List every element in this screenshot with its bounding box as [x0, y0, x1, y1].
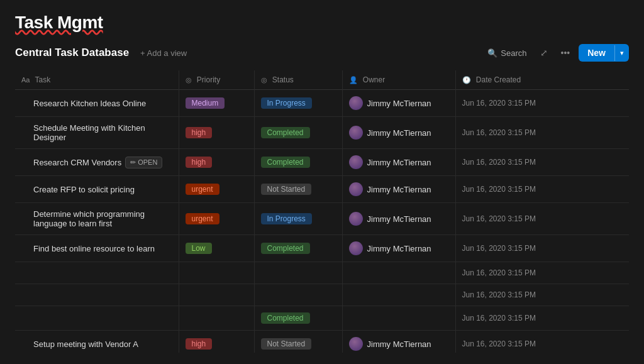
status-badge[interactable]: Not Started: [261, 184, 312, 195]
priority-badge[interactable]: Medium: [186, 97, 225, 109]
col-header-task[interactable]: Aa Task: [15, 70, 179, 90]
date-cell: Jun 16, 2020 3:15 PM: [455, 90, 629, 117]
task-cell: ⠿: [15, 262, 179, 284]
task-name: Schedule Meeting with Kitchen Designer: [33, 123, 172, 142]
task-cell: ⠿: [15, 306, 179, 331]
task-cell: ⠿Research Kitchen Ideas Online: [15, 90, 179, 117]
table-row[interactable]: ⠿Determine which programming language to…: [15, 203, 629, 235]
more-options-button[interactable]: •••: [557, 45, 574, 61]
open-label[interactable]: ✏ OPEN: [125, 157, 162, 168]
new-button[interactable]: New: [579, 44, 614, 62]
status-badge[interactable]: In Progress: [261, 97, 312, 109]
table-container: Aa Task ◎ Priority ◎ Status 👤 Owner: [15, 70, 629, 353]
search-button[interactable]: 🔍 Search: [482, 45, 531, 61]
search-icon: 🔍: [487, 48, 497, 58]
avatar: [349, 241, 363, 255]
owner-name: Jimmy McTiernan: [367, 185, 431, 194]
owner-name: Jimmy McTiernan: [367, 244, 431, 253]
status-cell: In Progress: [254, 90, 342, 117]
priority-badge[interactable]: high: [186, 338, 213, 350]
priority-badge[interactable]: high: [186, 157, 213, 168]
status-badge[interactable]: In Progress: [261, 213, 312, 224]
new-button-dropdown[interactable]: ▾: [614, 45, 629, 61]
task-name: Find best online resource to learn: [33, 244, 155, 253]
table-row[interactable]: ⠿CompletedJun 16, 2020 3:15 PM: [15, 306, 629, 331]
col-header-owner[interactable]: 👤 Owner: [342, 70, 455, 90]
col-header-status[interactable]: ◎ Status: [254, 70, 342, 90]
priority-cell: high: [179, 149, 254, 176]
status-cell: Completed: [254, 149, 342, 176]
owner-cell: Jimmy McTiernan: [342, 117, 455, 149]
avatar: [349, 96, 363, 110]
task-cell: ⠿Find best online resource to learn: [15, 235, 179, 262]
date-cell: Jun 16, 2020 3:15 PM: [455, 117, 629, 149]
status-cell: [254, 284, 342, 306]
avatar: [349, 337, 363, 351]
status-cell: In Progress: [254, 203, 342, 235]
owner-name: Jimmy McTiernan: [367, 339, 431, 349]
date-column-icon: 🕐: [462, 76, 471, 84]
table-row[interactable]: ⠿Create RFP to solicit pricingurgentNot …: [15, 176, 629, 203]
task-cell: ⠿: [15, 284, 179, 306]
owner-cell: Jimmy McTiernan: [342, 176, 455, 203]
task-name: Research CRM Vendors: [33, 158, 121, 167]
status-cell: Not Started: [254, 331, 342, 353]
table-header-row: Aa Task ◎ Priority ◎ Status 👤 Owner: [15, 70, 629, 90]
avatar: [349, 155, 363, 169]
priority-badge[interactable]: Low: [186, 243, 212, 254]
database-title: Central Task Database: [15, 47, 129, 59]
status-badge[interactable]: Completed: [261, 127, 310, 138]
task-cell: ⠿Research CRM Vendors✏ OPEN: [15, 149, 179, 176]
priority-cell: [179, 284, 254, 306]
task-name: Research Kitchen Ideas Online: [33, 99, 146, 108]
date-cell: Jun 16, 2020 3:15 PM: [455, 149, 629, 176]
task-column-icon: Aa: [21, 76, 30, 84]
task-cell: ⠿Schedule Meeting with Kitchen Designer: [15, 117, 179, 149]
table-row[interactable]: ⠿Setup meeting with Vendor AhighNot Star…: [15, 331, 629, 353]
table-row[interactable]: ⠿Schedule Meeting with Kitchen Designerh…: [15, 117, 629, 149]
status-badge[interactable]: Completed: [261, 243, 310, 254]
date-cell: Jun 16, 2020 3:15 PM: [455, 203, 629, 235]
priority-cell: Low: [179, 235, 254, 262]
app-container: Task Mgmt Central Task Database + Add a …: [0, 0, 644, 353]
task-cell: ⠿Determine which programming language to…: [15, 203, 179, 235]
date-cell: Jun 16, 2020 3:15 PM: [455, 284, 629, 306]
avatar: [349, 212, 363, 226]
status-badge[interactable]: Completed: [261, 312, 310, 324]
owner-cell: Jimmy McTiernan: [342, 203, 455, 235]
date-cell: Jun 16, 2020 3:15 PM: [455, 331, 629, 353]
priority-cell: urgent: [179, 176, 254, 203]
owner-name: Jimmy McTiernan: [367, 99, 431, 108]
new-button-group: New ▾: [579, 44, 629, 62]
owner-cell: Jimmy McTiernan: [342, 331, 455, 353]
owner-cell: Jimmy McTiernan: [342, 90, 455, 117]
table-row[interactable]: ⠿Jun 16, 2020 3:15 PM: [15, 262, 629, 284]
priority-cell: [179, 306, 254, 331]
date-cell: Jun 16, 2020 3:15 PM: [455, 262, 629, 284]
priority-badge[interactable]: urgent: [186, 184, 219, 195]
owner-name: Jimmy McTiernan: [367, 158, 431, 167]
task-name: Setup meeting with Vendor A: [33, 339, 138, 349]
table-row[interactable]: ⠿Research CRM Vendors✏ OPENhighCompleted…: [15, 149, 629, 176]
col-header-priority[interactable]: ◎ Priority: [179, 70, 254, 90]
priority-badge[interactable]: urgent: [186, 213, 219, 224]
date-cell: Jun 16, 2020 3:15 PM: [455, 235, 629, 262]
table-row[interactable]: ⠿Research Kitchen Ideas OnlineMediumIn P…: [15, 90, 629, 117]
table-row[interactable]: ⠿Find best online resource to learnLowCo…: [15, 235, 629, 262]
priority-badge[interactable]: high: [186, 127, 213, 138]
owner-column-icon: 👤: [349, 76, 358, 84]
status-badge[interactable]: Completed: [261, 157, 310, 168]
add-view-button[interactable]: + Add a view: [136, 46, 191, 60]
expand-icon-button[interactable]: ⤢: [536, 45, 552, 61]
priority-cell: Medium: [179, 90, 254, 117]
owner-cell: [342, 262, 455, 284]
avatar: [349, 126, 363, 140]
status-badge[interactable]: Not Started: [261, 338, 312, 350]
col-header-date[interactable]: 🕐 Date Created: [455, 70, 629, 90]
owner-cell: [342, 284, 455, 306]
status-cell: Not Started: [254, 176, 342, 203]
app-title: Task Mgmt: [15, 13, 629, 33]
table-row[interactable]: ⠿Jun 16, 2020 3:15 PM: [15, 284, 629, 306]
date-cell: Jun 16, 2020 3:15 PM: [455, 306, 629, 331]
priority-cell: high: [179, 117, 254, 149]
